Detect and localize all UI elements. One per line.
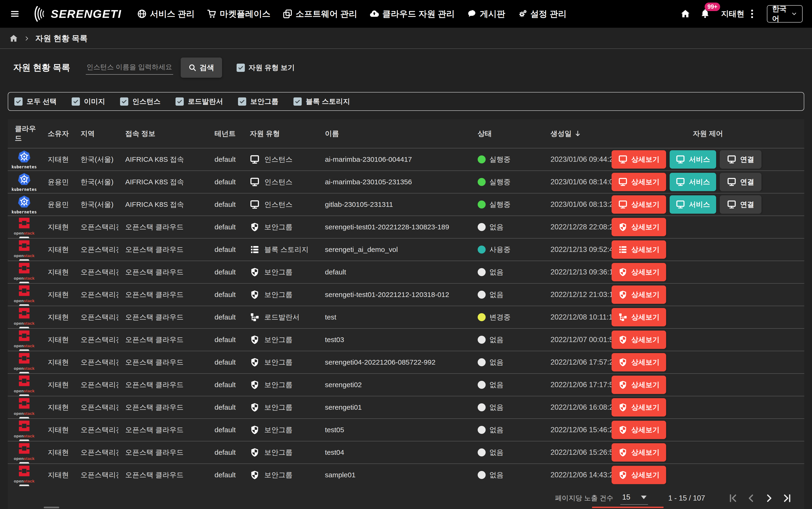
per-page-label: 페이지당 노출 건수 [555,494,613,503]
detail-button[interactable]: 상세보기 [612,285,666,304]
button-label: 연결 [740,200,754,209]
detail-button[interactable]: 상세보기 [612,398,666,416]
type-label: 보안그룹 [264,335,293,345]
type-view-label: 자원 유형 보기 [249,63,295,73]
filter-block-storage-checkbox[interactable] [293,97,302,106]
nav-item-software-management[interactable]: 소프트웨어 관리 [283,8,357,20]
last-page-button[interactable] [781,493,792,504]
kubernetes-logo-icon [17,172,31,186]
nav-item-cloud-resource-management[interactable]: 클라우드 자원 관리 [369,8,455,20]
search-button[interactable]: 검색 [181,58,222,78]
next-page-button[interactable] [764,493,775,504]
search-input[interactable] [86,61,173,75]
openstack-logo-icon [17,283,31,298]
owner-cell: 윤용민 [41,177,73,187]
shield-icon [250,380,260,390]
service-button[interactable]: 서비스 [670,173,716,191]
prev-page-button[interactable] [746,493,757,504]
nav-item-marketplace[interactable]: 마켓플레이스 [207,8,270,20]
nav-item-service-management[interactable]: 서비스 관리 [137,8,195,20]
connection-cell: 오픈스택 클라우드 [118,267,207,277]
column-header: 자원 제어 [612,129,804,138]
filter-select-all-checkbox[interactable] [14,97,23,106]
actions-cell: 상세보기 [612,218,804,236]
filter-security-group-checkbox[interactable] [238,97,246,106]
status-cell: 없음 [470,380,544,390]
detail-button[interactable]: 상세보기 [612,421,666,439]
monitor-icon [727,155,736,164]
detail-button[interactable]: 상세보기 [612,443,666,462]
detail-button[interactable]: 상세보기 [612,308,666,326]
connection-cell: 오픈스택 클라우드 [118,312,207,322]
detail-button[interactable]: 상세보기 [612,218,666,236]
home-icon[interactable] [680,9,690,19]
monitor-icon [618,155,627,164]
shield-icon [250,470,260,480]
button-label: 상세보기 [631,312,659,322]
column-header: 자원 유형 [243,129,318,138]
connect-button[interactable]: 연결 [720,173,761,191]
created-cell: 2022/12/06 15:26:54 [544,448,612,456]
breadcrumb-home-icon[interactable] [9,34,18,43]
openstack-logo-icon [17,419,31,433]
detail-button[interactable]: 상세보기 [612,173,666,191]
table-row: openstack 지태현 오픈스택리전1 오픈스택 클라우드 default … [8,215,804,238]
detail-button[interactable]: 상세보기 [612,331,666,349]
detail-button[interactable]: 상세보기 [612,353,666,371]
per-page-select[interactable]: 15 [620,491,648,505]
connect-button[interactable]: 연결 [720,195,761,214]
detail-button[interactable]: 상세보기 [612,195,666,214]
cloud-wordmark: openstack [14,456,35,461]
tenant-cell: default [207,156,243,163]
nav-item-board[interactable]: 게시판 [467,8,505,20]
connect-button[interactable]: 연결 [720,150,761,169]
hamburger-menu-icon[interactable] [9,9,20,19]
cloud-cell: openstack [8,374,41,396]
shield-icon [618,380,627,389]
table-row: openstack 지태현 오픈스택리전1 오픈스택 클라우드 default … [8,441,804,464]
check-icon [239,98,245,105]
nav-item-settings-management[interactable]: 설정 관리 [517,8,566,20]
horizontal-scrollbar-thumb[interactable] [44,507,59,508]
filter-load-balancer-checkbox[interactable] [175,97,184,106]
button-label: 상세보기 [631,177,659,187]
type-view-checkbox[interactable] [237,64,245,72]
first-page-button[interactable] [728,493,739,504]
status-label: 없음 [489,267,504,277]
openstack-logo-icon [17,351,31,365]
status-label: 실행중 [489,177,511,187]
status-label: 없음 [489,403,504,412]
notification-badge: 99+ [705,3,720,11]
status-dot [478,471,486,479]
column-header[interactable]: 생성일 [544,129,612,138]
name-cell: test [318,313,470,321]
detail-button[interactable]: 상세보기 [612,376,666,394]
tenant-cell: default [207,245,243,253]
button-label: 서비스 [689,200,710,209]
sort-desc-icon[interactable] [574,130,582,137]
kebab-menu-icon[interactable] [750,9,754,19]
brand-logo[interactable]: SERENGETI [34,6,122,22]
language-select[interactable]: 한국어 [767,5,803,23]
filter-instance-checkbox[interactable] [120,97,128,106]
status-label: 실행중 [489,155,511,164]
breadcrumb: 자원 현황 목록 [0,28,812,48]
notifications[interactable]: 99+ [700,8,710,20]
monitor-icon [676,177,685,186]
service-button[interactable]: 서비스 [670,195,716,214]
detail-button[interactable]: 상세보기 [612,466,666,484]
openstack-logo-icon [17,216,31,230]
detail-button[interactable]: 상세보기 [612,263,666,281]
storage-icon [618,245,627,254]
type-label: 보안그룹 [264,448,293,457]
detail-button[interactable]: 상세보기 [612,240,666,259]
detail-button[interactable]: 상세보기 [612,150,666,169]
loadbalancer-icon [250,312,260,322]
filter-label: 모두 선택 [27,97,57,106]
user-name[interactable]: 지태현 [721,9,744,19]
connection-cell: 오픈스택 클라우드 [118,403,207,412]
service-button[interactable]: 서비스 [670,150,716,169]
tenant-cell: default [207,268,243,276]
filter-image-checkbox[interactable] [72,97,80,106]
status-dot [478,291,486,299]
